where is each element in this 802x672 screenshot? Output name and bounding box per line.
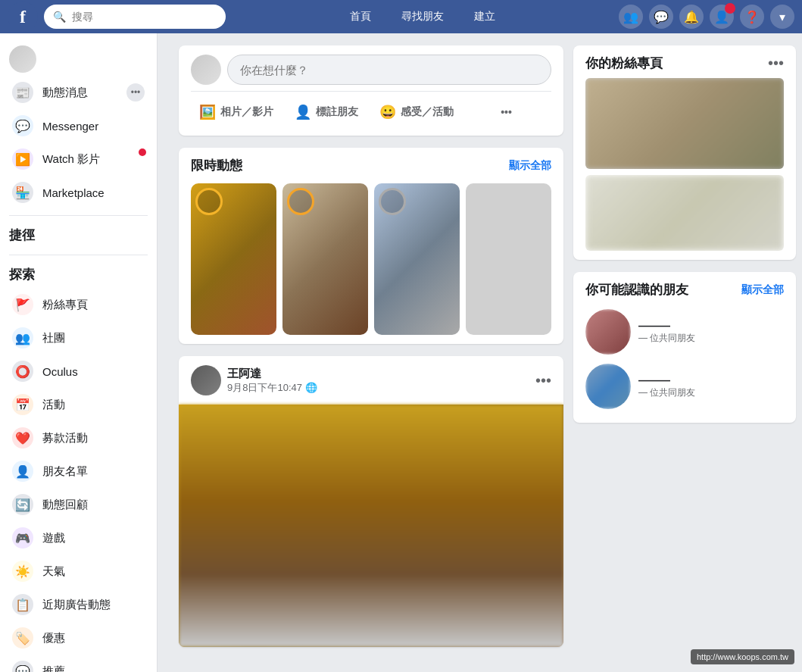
explore-label: 探索 [9,266,35,283]
photo-video-label: 相片／影片 [220,105,273,119]
sidebar-item-recent-ads[interactable]: 📋 近期廣告動態 [3,588,154,621]
stories-header: 限時動態 顯示全部 [191,157,551,174]
sidebar-item-messenger[interactable]: 💬 Messenger [3,109,154,142]
sidebar-item-marketplace[interactable]: 🏪 Marketplace [3,176,154,209]
stories-grid [191,183,551,335]
sidebar-item-oculus[interactable]: ⭕ Oculus [3,355,154,388]
suggested-friends-header: 你可能認識的朋友 顯示全部 [585,281,784,298]
tag-friends-label: 標註朋友 [316,105,358,119]
stories-section: 限時動態 顯示全部 [179,148,563,344]
messenger-sidebar-icon: 💬 [12,115,33,136]
newsfeed-more-btn[interactable]: ••• [126,83,145,102]
topbar: f 🔍 首頁 尋找朋友 建立 👥 💬 🔔 👤 ❓ ▾ [0,0,802,33]
story-item-1[interactable] [191,183,276,335]
dropdown-icon-btn[interactable]: ▾ [770,5,794,29]
right-sidebar: 你的粉絲專頁 ••• 你可能認識的朋友 顯示全部 ——— [567,33,802,672]
suggested-friend-1[interactable]: ——— — 位共同朋友 [585,305,784,359]
people-icon-btn[interactable]: 👥 [619,5,643,29]
sidebar-item-fan-page[interactable]: 🚩 粉絲專頁 [3,288,154,321]
sidebar-profile[interactable] [0,39,157,76]
nav-home[interactable]: 首頁 [344,7,377,27]
oculus-icon: ⭕ [12,361,33,382]
sidebar-item-recommendations[interactable]: 💬 推薦 [3,655,154,672]
sidebar-shortcuts-section: 捷徑 [0,222,157,248]
feeling-icon: 😀 [379,104,396,120]
post-globe-icon: 🌐 [305,382,317,393]
suggested-friends-show-all[interactable]: 顯示全部 [741,283,784,297]
sidebar-weather-label: 天氣 [42,564,145,579]
marketplace-sidebar-icon: 🏪 [12,182,33,203]
post-meta: 王阿達 9月8日下午10:47 🌐 [227,367,529,395]
sidebar-item-weather[interactable]: ☀️ 天氣 [3,555,154,588]
friend-request-icon-btn[interactable]: 👤 [710,5,734,29]
sidebar-user-avatar [9,45,36,73]
sidebar-divider-2 [9,255,148,255]
friend-1-avatar [585,309,631,355]
bell-icon-btn[interactable]: 🔔 [679,5,704,29]
main-layout: 📰 動態消息 ••• 💬 Messenger ▶️ Watch 影片 🏪 Mar… [0,33,802,672]
more-post-options-btn[interactable]: ••• [461,100,551,124]
story-item-4[interactable] [466,183,551,335]
fan-page-preview-bottom [585,175,784,251]
story-item-2[interactable] [282,183,368,335]
sidebar-item-memories[interactable]: 🔄 動態回顧 [3,488,154,521]
newsfeed-icon: 📰 [12,82,33,103]
nav-find-friends[interactable]: 尋找朋友 [395,7,450,27]
create-post-avatar [191,55,221,85]
feeling-btn[interactable]: 😀 感受／活動 [371,98,461,127]
post-more-btn[interactable]: ••• [535,372,551,389]
suggested-friends-card: 你可能認識的朋友 顯示全部 ——— — 位共同朋友 ——— — 位共同朋友 [573,272,796,423]
sidebar-item-games[interactable]: 🎮 遊戲 [3,521,154,555]
sidebar-item-newsfeed[interactable]: 📰 動態消息 ••• [3,76,154,109]
left-sidebar: 📰 動態消息 ••• 💬 Messenger ▶️ Watch 影片 🏪 Mar… [0,33,158,672]
friend-1-mutual: — 位共同朋友 [638,332,784,345]
fundraisers-icon: ❤️ [12,427,33,449]
stories-show-all-link[interactable]: 顯示全部 [509,159,551,173]
sidebar-newsfeed-label: 動態消息 [42,86,117,100]
sidebar-item-coupons[interactable]: 🏷️ 優惠 [3,621,154,655]
facebook-logo[interactable]: f [8,2,38,32]
friends-list-icon: 👤 [12,461,33,482]
sidebar-coupons-label: 優惠 [42,631,145,645]
sidebar-explore-section: 探索 [0,261,157,288]
story-item-3[interactable] [374,183,460,335]
dropdown-icon: ▾ [779,10,785,24]
help-icon-btn[interactable]: ❓ [740,5,764,29]
people-icon: 👥 [623,10,638,24]
nav-create[interactable]: 建立 [468,7,501,27]
notification-badge [725,3,735,14]
story-1-avatar-ring [195,188,223,215]
create-post-input[interactable] [227,55,551,85]
fan-page-cover-image [585,78,784,169]
main-content: 🖼️ 相片／影片 👤 標註朋友 😀 感受／活動 ••• 限時動態 [167,33,576,672]
sidebar-item-watch[interactable]: ▶️ Watch 影片 [3,142,154,176]
topbar-right: 👥 💬 🔔 👤 ❓ ▾ [619,5,794,29]
post-author-name[interactable]: 王阿達 [227,367,529,381]
photo-video-btn[interactable]: 🖼️ 相片／影片 [191,98,281,127]
fan-page-preview-top [585,78,784,169]
sidebar-recommendations-label: 推薦 [42,664,145,673]
post-timestamp: 9月8日下午10:47 🌐 [227,381,529,395]
story-4-image [466,183,551,335]
topbar-left: f 🔍 [8,2,226,32]
suggested-friend-2[interactable]: ——— — 位共同朋友 [585,359,784,414]
sidebar-item-fundraisers[interactable]: ❤️ 募款活動 [3,421,154,455]
search-input[interactable] [72,11,216,23]
watermark: http://www.koops.com.tw [691,649,794,664]
sidebar-fundraisers-label: 募款活動 [42,431,145,445]
shortcuts-label: 捷徑 [9,227,35,244]
sidebar-item-events[interactable]: 📅 活動 [3,388,154,421]
friend-2-name: ——— [638,374,784,386]
tag-friends-btn[interactable]: 👤 標註朋友 [281,98,371,127]
friend-2-info: ——— — 位共同朋友 [638,374,784,399]
post-image-content [179,405,563,647]
post-header: 王阿達 9月8日下午10:47 🌐 ••• [179,356,563,405]
messenger-icon-btn[interactable]: 💬 [649,5,673,29]
sidebar-divider-1 [9,215,148,216]
create-post-top [191,55,551,85]
fan-pages-more-btn[interactable]: ••• [768,55,784,72]
fan-pages-title: 你的粉絲專頁 [585,55,663,72]
sidebar-item-groups[interactable]: 👥 社團 [3,321,154,355]
feeling-label: 感受／活動 [401,105,454,119]
sidebar-item-friends-list[interactable]: 👤 朋友名單 [3,455,154,488]
